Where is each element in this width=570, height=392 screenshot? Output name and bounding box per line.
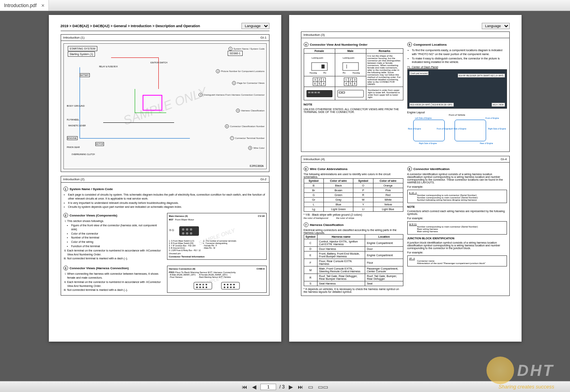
svg-rect-39 bbox=[317, 92, 320, 93]
connector-order-table: FemaleMaleRemarks Locking pointHousingPi… bbox=[304, 48, 403, 100]
svg-point-24 bbox=[233, 287, 235, 288]
svg-text:Housing: Housing bbox=[353, 72, 360, 74]
svg-text:Pin: Pin bbox=[323, 72, 326, 74]
connector-id-example-1: E 10 -1 Number corresponding to sub-conn… bbox=[407, 190, 507, 203]
first-page-button[interactable]: ⏮ bbox=[241, 383, 248, 391]
svg-rect-36 bbox=[308, 92, 310, 93]
svg-point-9 bbox=[199, 284, 201, 285]
svg-rect-26 bbox=[321, 65, 325, 68]
harness-connection-box: Harness Connection (9)CV90-9 FR21 Floor … bbox=[167, 266, 267, 293]
harness-class-table: SymbolHarness nameLocation CControl, Inj… bbox=[304, 234, 403, 286]
svg-point-15 bbox=[206, 287, 207, 288]
language-select[interactable]: Language bbox=[241, 23, 269, 29]
svg-rect-40 bbox=[338, 90, 364, 97]
svg-point-1 bbox=[182, 228, 184, 231]
svg-point-12 bbox=[196, 287, 198, 288]
svg-rect-16 bbox=[221, 282, 240, 289]
pdf-toolbar: ⏮ ◀ / 3 ▶ ⏭ ▭ ▭▭ bbox=[0, 381, 570, 392]
prev-page-button[interactable]: ◀ bbox=[251, 383, 257, 391]
page-number-input[interactable] bbox=[260, 384, 276, 390]
wiring-diagram: STARTING SYSTEM Starting System (1) SD36… bbox=[63, 43, 267, 169]
svg-point-4 bbox=[182, 232, 184, 235]
svg-rect-35 bbox=[306, 90, 332, 97]
tab-bar: Introduction.pdf × bbox=[0, 0, 570, 11]
junction-block-example: I/P- A Connector name Abbreviation of th… bbox=[407, 255, 507, 266]
svg-point-23 bbox=[230, 287, 232, 288]
svg-point-10 bbox=[202, 284, 204, 285]
svg-rect-25 bbox=[312, 63, 327, 70]
intro-2-section: Introduction (2)GI-2 1System Name / Syst… bbox=[61, 176, 269, 296]
page-total: / 3 bbox=[279, 384, 284, 390]
svg-point-5 bbox=[186, 232, 188, 235]
svg-point-6 bbox=[190, 232, 192, 235]
last-page-button[interactable]: ⏭ bbox=[297, 383, 304, 391]
svg-text:Housing: Housing bbox=[310, 72, 317, 74]
next-page-button[interactable]: ▶ bbox=[288, 383, 294, 391]
svg-point-2 bbox=[186, 228, 188, 231]
spread-page-icon[interactable]: ▭▭ bbox=[317, 383, 329, 391]
engine-layout-diagram: Front of Vehicle Left Side of Engine Rea… bbox=[407, 114, 507, 149]
intro-3-section: Introduction (3) 4Connector View And Num… bbox=[301, 31, 510, 152]
single-page-icon[interactable]: ▭ bbox=[307, 383, 314, 391]
document-tab[interactable]: Introduction.pdf × bbox=[0, 0, 49, 11]
svg-rect-38 bbox=[314, 92, 317, 93]
svg-point-22 bbox=[227, 287, 228, 288]
svg-point-14 bbox=[202, 287, 204, 288]
connector-id-example-2: M R 01 Number corresponding to main conn… bbox=[407, 221, 507, 235]
svg-point-21 bbox=[224, 287, 225, 288]
tab-filename: Introduction.pdf bbox=[4, 3, 37, 8]
svg-rect-0 bbox=[179, 226, 199, 236]
svg-point-20 bbox=[233, 284, 235, 285]
svg-point-18 bbox=[227, 284, 228, 285]
close-icon[interactable]: × bbox=[41, 2, 45, 9]
svg-point-3 bbox=[190, 228, 192, 231]
svg-point-17 bbox=[224, 284, 225, 285]
pdf-page-2: Language Introduction (3) 4Connector Vie… bbox=[289, 15, 522, 342]
svg-point-13 bbox=[199, 287, 201, 288]
svg-text:Locking point: Locking point bbox=[312, 57, 323, 59]
language-select-2[interactable]: Language bbox=[482, 23, 510, 29]
intro-1-section: Introduction (1)GI-1 STARTING SYSTEM Sta… bbox=[61, 34, 269, 172]
svg-rect-7 bbox=[194, 282, 212, 289]
connector-view-box: Main Harness (4)CV-18 M37Front Wiper Mot… bbox=[167, 213, 267, 260]
svg-point-8 bbox=[196, 284, 198, 285]
wire-color-table: SymbolColor of wireSymbolColor of wire B… bbox=[304, 178, 403, 212]
svg-point-11 bbox=[206, 284, 207, 285]
svg-rect-42 bbox=[342, 92, 345, 93]
pdf-viewer[interactable]: 2019 > D4CB(A2) > D4CB(A2) > General > I… bbox=[0, 11, 570, 381]
svg-text:Locking point: Locking point bbox=[343, 57, 355, 59]
pdf-page-1: 2019 > D4CB(A2) > D4CB(A2) > General > I… bbox=[49, 15, 281, 342]
svg-rect-41 bbox=[339, 92, 342, 93]
breadcrumb: 2019 > D4CB(A2) > D4CB(A2) > General > I… bbox=[61, 24, 200, 28]
intro-4-section: Introduction (4)GI-4 6Wire Color Abbrevi… bbox=[301, 156, 510, 296]
svg-rect-37 bbox=[311, 92, 314, 93]
dht-watermark: DHT bbox=[486, 357, 554, 381]
svg-text:Pin: Pin bbox=[343, 72, 345, 74]
dash-panel-photo: Crash pad removed M14 RF RECEIVER (WITH … bbox=[407, 69, 507, 109]
svg-point-19 bbox=[230, 284, 232, 285]
svg-rect-30 bbox=[343, 63, 358, 70]
